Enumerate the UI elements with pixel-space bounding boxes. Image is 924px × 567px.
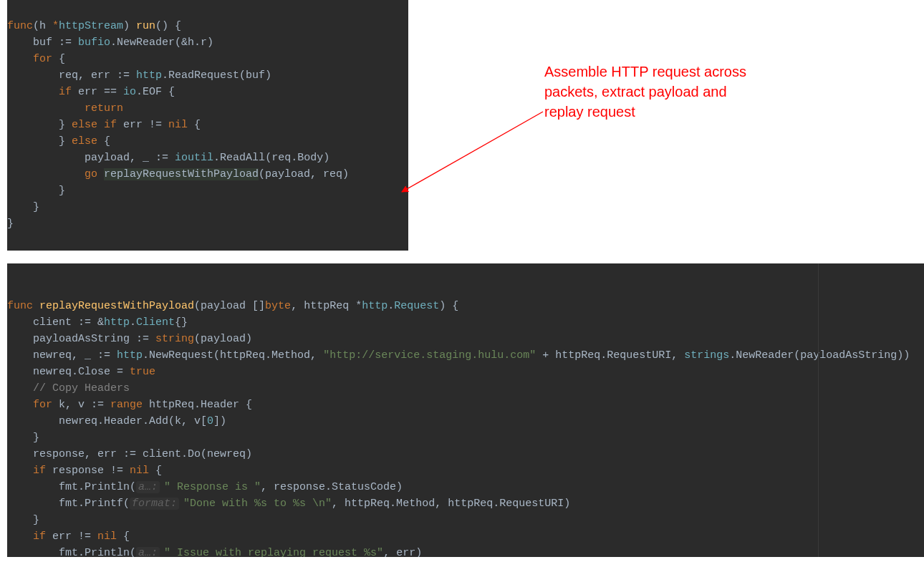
param-payload: payload [] bbox=[201, 300, 265, 312]
brace: } bbox=[59, 185, 65, 197]
vars: k, v bbox=[52, 399, 91, 411]
dot: . bbox=[136, 86, 143, 98]
indent bbox=[7, 547, 59, 557]
call-printf: fmt.Printf( bbox=[59, 498, 130, 510]
args: (payload, req) bbox=[259, 168, 349, 180]
args: (req.Body) bbox=[265, 152, 329, 164]
dot: . bbox=[213, 152, 220, 164]
indent bbox=[7, 448, 33, 460]
paren: ( bbox=[33, 20, 39, 32]
pkg-http: http bbox=[104, 316, 130, 329]
assign-close: newreq.Close = bbox=[33, 366, 130, 378]
editor-right-margin bbox=[818, 263, 819, 557]
kw-true: true bbox=[130, 366, 155, 378]
kw-nil: nil bbox=[168, 119, 188, 131]
vars: req, err bbox=[59, 69, 117, 82]
amp: & bbox=[97, 316, 104, 329]
indent bbox=[7, 498, 59, 510]
indent bbox=[7, 53, 33, 65]
args1: (httpReq.Method, bbox=[213, 349, 323, 362]
dot: . bbox=[110, 37, 117, 49]
dot: . bbox=[162, 69, 168, 82]
cond: err != bbox=[117, 119, 168, 131]
string-issue: " Issue with replaying request %s" bbox=[164, 547, 383, 557]
indent bbox=[7, 168, 85, 180]
param-hint-format: format: bbox=[130, 498, 179, 510]
indent bbox=[7, 201, 33, 213]
pkg-ioutil: ioutil bbox=[175, 152, 213, 164]
args: (payload) bbox=[194, 333, 252, 345]
pkg-http: http bbox=[136, 69, 162, 82]
op: := bbox=[91, 399, 110, 411]
pkg-bufio: bufio bbox=[78, 37, 110, 49]
pkg-strings: strings bbox=[684, 349, 729, 362]
indent bbox=[7, 514, 33, 526]
var-buf: buf bbox=[33, 37, 59, 49]
kw-return: return bbox=[85, 102, 123, 115]
brace: { bbox=[149, 465, 162, 477]
kw-if: if bbox=[33, 530, 46, 543]
op: := bbox=[155, 152, 175, 164]
kw-else: else bbox=[72, 135, 97, 147]
args: (buf) bbox=[239, 69, 271, 82]
star: * bbox=[52, 20, 59, 32]
param-httpReq: httpReq * bbox=[304, 300, 362, 312]
paren-close: ) { bbox=[439, 300, 458, 312]
op: := bbox=[97, 349, 117, 362]
brace: } bbox=[33, 514, 39, 526]
indent bbox=[7, 415, 59, 427]
comma: , bbox=[291, 300, 304, 312]
string-done-with: "Done with %s to %s \n" bbox=[183, 498, 332, 510]
brace: } bbox=[7, 218, 14, 230]
callout-text: Assemble HTTP request across packets, ex… bbox=[544, 62, 766, 122]
braces: {} bbox=[175, 316, 188, 329]
indent bbox=[7, 399, 33, 411]
dot: . bbox=[143, 349, 149, 362]
param-h: h bbox=[39, 20, 52, 32]
call-NewReader: NewReader bbox=[117, 37, 175, 49]
call-header-add: newreq.Header.Add(k, v[ bbox=[59, 415, 207, 427]
type-byte: byte bbox=[265, 300, 291, 312]
vars: response, err bbox=[33, 448, 123, 460]
kw-func: func bbox=[7, 20, 33, 32]
op: := bbox=[123, 448, 143, 460]
builtin-string: string bbox=[155, 333, 194, 345]
const-EOF: EOF bbox=[143, 86, 162, 98]
indent bbox=[7, 69, 59, 82]
indent bbox=[7, 432, 33, 444]
call-println: fmt.Println( bbox=[59, 481, 136, 493]
indent bbox=[7, 333, 33, 345]
call-client-do: client.Do(newreq) bbox=[143, 448, 252, 460]
param-hint-a: a…: bbox=[136, 547, 160, 557]
indent bbox=[7, 366, 33, 378]
comment-copy-headers: // Copy Headers bbox=[33, 382, 130, 394]
var-client: client bbox=[33, 316, 78, 329]
call-ReadAll: ReadAll bbox=[220, 152, 265, 164]
string-url: "http://service.staging.hulu.com" bbox=[323, 349, 536, 362]
brace: { bbox=[162, 86, 175, 98]
kw-for: for bbox=[33, 399, 52, 411]
indent bbox=[7, 185, 59, 197]
brace: { bbox=[97, 135, 110, 147]
kw-if: if bbox=[33, 465, 46, 477]
string-response-is: " Response is " bbox=[164, 481, 261, 493]
tail: , err) bbox=[383, 547, 422, 557]
param-hint-a: a…: bbox=[136, 481, 160, 493]
type-Client: Client bbox=[136, 316, 175, 329]
pkg-http: http bbox=[362, 300, 388, 312]
indent bbox=[7, 152, 85, 164]
sig: () { bbox=[155, 20, 181, 32]
tail: , httpReq.Method, httpReq.RequestURI) bbox=[332, 498, 570, 510]
op: := bbox=[59, 37, 78, 49]
paren-close: ) bbox=[123, 20, 136, 32]
cond: response != bbox=[46, 465, 130, 477]
indent bbox=[7, 382, 33, 394]
dot: . bbox=[729, 349, 736, 362]
kw-nil: nil bbox=[97, 530, 117, 543]
callout-arrow-icon bbox=[398, 107, 548, 200]
op: := bbox=[136, 333, 155, 345]
kw-nil: nil bbox=[130, 465, 149, 477]
brace: } bbox=[33, 201, 39, 213]
brace: } bbox=[33, 432, 39, 444]
type-httpStream: httpStream bbox=[59, 20, 123, 32]
